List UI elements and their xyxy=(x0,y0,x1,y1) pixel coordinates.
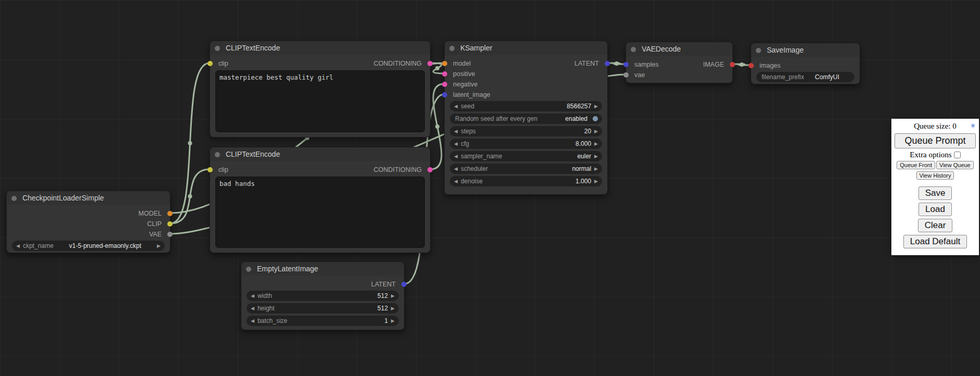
output-dot-latent[interactable] xyxy=(401,282,407,287)
node-title-bar[interactable]: VAEDecode xyxy=(626,42,732,56)
input-dot-positive[interactable] xyxy=(442,71,447,77)
arrow-right-icon[interactable]: ▶ xyxy=(391,291,395,301)
input-dot-latent-image[interactable] xyxy=(442,92,447,97)
toggle-on-dot[interactable] xyxy=(593,116,598,121)
collapse-dot-icon[interactable] xyxy=(246,267,251,272)
clear-button[interactable]: Clear xyxy=(918,219,953,232)
output-dot-latent[interactable] xyxy=(605,61,610,66)
output-dot-vae[interactable] xyxy=(167,232,173,237)
arrow-right-icon[interactable]: ▶ xyxy=(594,176,598,186)
node-title-bar[interactable]: EmptyLatentImage xyxy=(241,262,404,275)
arrow-right-icon[interactable]: ▶ xyxy=(594,164,598,174)
widget-sampler-name[interactable]: ◀ sampler_name euler ▶ xyxy=(450,151,602,161)
node-empty-latent-image[interactable]: EmptyLatentImage LATENT ◀ width 512 ▶ ◀ … xyxy=(241,261,405,330)
input-dot-clip[interactable] xyxy=(207,167,213,172)
node-clip-text-encode-positive[interactable]: CLIPTextEncode clip CONDITIONING masterp… xyxy=(210,41,431,137)
arrow-left-icon[interactable]: ◀ xyxy=(251,291,254,301)
input-label-vae: vae xyxy=(634,70,645,80)
output-dot-clip[interactable] xyxy=(167,221,173,227)
arrow-left-icon[interactable]: ◀ xyxy=(454,164,458,174)
arrow-right-icon[interactable]: ▶ xyxy=(157,241,161,251)
node-title-bar[interactable]: KSampler xyxy=(445,41,607,55)
link-midpoint-dot xyxy=(740,62,744,67)
node-title: CLIPTextEncode xyxy=(226,44,280,52)
widget-seed[interactable]: ◀ seed 8566257 ▶ xyxy=(450,101,602,111)
input-dot-model[interactable] xyxy=(442,61,447,66)
collapse-dot-icon[interactable] xyxy=(756,48,761,53)
arrow-left-icon[interactable]: ◀ xyxy=(251,316,254,326)
collapse-dot-icon[interactable] xyxy=(449,46,455,51)
widget-value: 1.000 xyxy=(483,178,594,185)
output-dot-conditioning[interactable] xyxy=(427,61,433,66)
collapse-dot-icon[interactable] xyxy=(11,196,17,201)
input-dot-negative[interactable] xyxy=(442,82,447,87)
arrow-right-icon[interactable]: ▶ xyxy=(594,139,598,149)
input-dot-images[interactable] xyxy=(749,63,754,68)
output-dot-image[interactable] xyxy=(730,62,735,67)
node-vae-decode[interactable]: VAEDecode samples IMAGE vae xyxy=(626,42,733,83)
arrow-left-icon[interactable]: ◀ xyxy=(454,176,458,186)
extra-options-checkbox[interactable] xyxy=(954,152,961,158)
node-title-bar[interactable]: CLIPTextEncode xyxy=(210,147,430,161)
node-title-bar[interactable]: CheckpointLoaderSimple xyxy=(7,191,170,205)
widget-cfg[interactable]: ◀ cfg 8.000 ▶ xyxy=(450,139,602,149)
widget-value: 8.000 xyxy=(469,140,594,147)
arrow-left-icon[interactable]: ◀ xyxy=(454,101,458,111)
queue-front-button[interactable]: Queue Front xyxy=(897,161,935,169)
load-default-button[interactable]: Load Default xyxy=(903,235,967,248)
arrow-left-icon[interactable]: ◀ xyxy=(16,241,20,251)
widget-denoise[interactable]: ◀ denoise 1.000 ▶ xyxy=(450,176,602,186)
link-midpoint-dot xyxy=(188,194,192,198)
view-queue-button[interactable]: View Queue xyxy=(936,161,974,169)
widget-filename-prefix[interactable]: filename_prefix ComfyUI xyxy=(756,72,854,82)
output-dot-model[interactable] xyxy=(167,211,173,216)
widget-width[interactable]: ◀ width 512 ▶ xyxy=(247,291,399,301)
arrow-left-icon[interactable]: ◀ xyxy=(454,126,458,136)
widget-label: ckpt_name xyxy=(23,242,54,249)
widget-steps[interactable]: ◀ steps 20 ▶ xyxy=(450,126,602,136)
node-clip-text-encode-negative[interactable]: CLIPTextEncode clip CONDITIONING bad han… xyxy=(210,147,431,253)
save-button[interactable]: Save xyxy=(918,186,952,200)
collapse-dot-icon[interactable] xyxy=(631,47,636,52)
widget-value: 512 xyxy=(275,305,391,312)
widget-scheduler[interactable]: ◀ scheduler normal ▶ xyxy=(450,164,602,174)
widget-value: 20 xyxy=(476,128,594,135)
node-title-bar[interactable]: CLIPTextEncode xyxy=(210,41,430,55)
arrow-left-icon[interactable]: ◀ xyxy=(251,303,254,314)
arrow-right-icon[interactable]: ▶ xyxy=(594,126,598,136)
settings-icon[interactable]: ✳ xyxy=(970,122,976,130)
input-dot-vae[interactable] xyxy=(623,72,629,78)
graph-link xyxy=(170,63,210,223)
arrow-right-icon[interactable]: ▶ xyxy=(594,151,598,161)
negative-prompt-textarea[interactable]: bad hands xyxy=(215,177,425,248)
comfyui-canvas[interactable]: { "colors": { "model": "#dd8a2b", "clip"… xyxy=(0,0,980,376)
widget-random-seed-toggle[interactable]: Random seed after every gen enabled xyxy=(450,114,602,124)
link-midpoint-dot xyxy=(435,124,439,129)
node-title-bar[interactable]: SaveImage xyxy=(751,43,860,57)
node-save-image[interactable]: SaveImage images filename_prefix ComfyUI xyxy=(751,43,860,84)
view-history-button[interactable]: View History xyxy=(916,171,954,180)
queue-prompt-button[interactable]: Queue Prompt xyxy=(895,133,976,148)
arrow-right-icon[interactable]: ▶ xyxy=(391,316,395,326)
collapse-dot-icon[interactable] xyxy=(215,152,220,157)
collapse-dot-icon[interactable] xyxy=(215,46,220,51)
output-dot-conditioning[interactable] xyxy=(427,167,433,172)
load-button[interactable]: Load xyxy=(918,203,952,216)
arrow-right-icon[interactable]: ▶ xyxy=(391,303,395,314)
arrow-left-icon[interactable]: ◀ xyxy=(454,139,458,149)
output-slot-model: MODEL xyxy=(7,208,170,219)
graph-link xyxy=(431,84,444,169)
arrow-left-icon[interactable]: ◀ xyxy=(454,151,458,161)
output-label-clip: CLIP xyxy=(147,219,162,229)
input-dot-clip[interactable] xyxy=(207,61,213,66)
node-checkpoint-loader-simple[interactable]: CheckpointLoaderSimple MODEL CLIP VAE ◀ … xyxy=(6,191,170,253)
link-midpoint-dot xyxy=(188,141,192,145)
widget-ckpt-name[interactable]: ◀ ckpt_name v1-5-pruned-emaonly.ckpt ▶ xyxy=(12,241,165,251)
arrow-right-icon[interactable]: ▶ xyxy=(594,101,598,111)
positive-prompt-textarea[interactable]: masterpiece best quality girl xyxy=(215,70,425,132)
widget-label: cfg xyxy=(461,140,469,147)
input-dot-samples[interactable] xyxy=(623,62,629,67)
widget-height[interactable]: ◀ height 512 ▶ xyxy=(247,303,399,314)
node-ksampler[interactable]: KSampler model LATENT positive negative … xyxy=(444,41,608,195)
widget-batch-size[interactable]: ◀ batch_size 1 ▶ xyxy=(247,316,399,326)
